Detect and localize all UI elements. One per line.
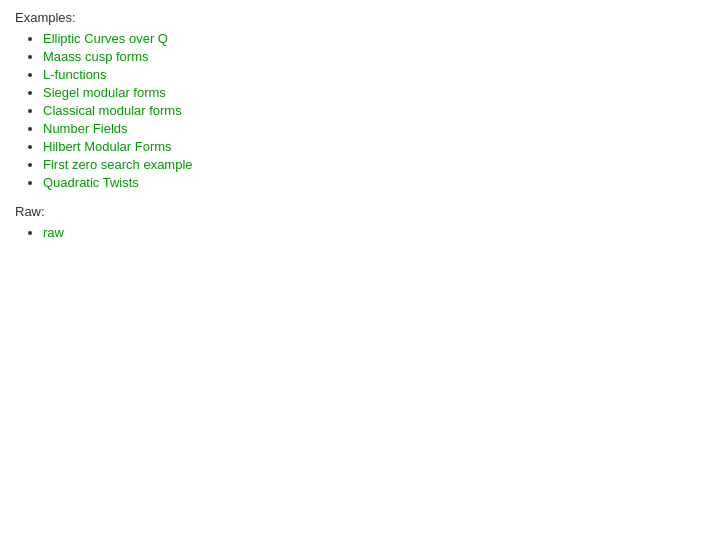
list-item: Classical modular forms: [43, 103, 712, 118]
first-zero-search-link[interactable]: First zero search example: [43, 157, 193, 172]
examples-label: Examples:: [15, 10, 712, 25]
number-fields-link[interactable]: Number Fields: [43, 121, 128, 136]
raw-link[interactable]: raw: [43, 225, 64, 240]
siegel-modular-forms-link[interactable]: Siegel modular forms: [43, 85, 166, 100]
elliptic-curves-link[interactable]: Elliptic Curves over Q: [43, 31, 168, 46]
raw-label: Raw:: [15, 204, 712, 219]
list-item: L-functions: [43, 67, 712, 82]
list-item: Number Fields: [43, 121, 712, 136]
list-item: Maass cusp forms: [43, 49, 712, 64]
examples-list: Elliptic Curves over Q Maass cusp forms …: [15, 31, 712, 190]
list-item: Siegel modular forms: [43, 85, 712, 100]
list-item: Hilbert Modular Forms: [43, 139, 712, 154]
raw-section: Raw: raw: [15, 204, 712, 240]
list-item: raw: [43, 225, 712, 240]
raw-list: raw: [15, 225, 712, 240]
list-item: Quadratic Twists: [43, 175, 712, 190]
list-item: First zero search example: [43, 157, 712, 172]
quadratic-twists-link[interactable]: Quadratic Twists: [43, 175, 139, 190]
hilbert-modular-forms-link[interactable]: Hilbert Modular Forms: [43, 139, 172, 154]
list-item: Elliptic Curves over Q: [43, 31, 712, 46]
examples-section: Examples: Elliptic Curves over Q Maass c…: [15, 10, 712, 190]
l-functions-link[interactable]: L-functions: [43, 67, 107, 82]
classical-modular-forms-link[interactable]: Classical modular forms: [43, 103, 182, 118]
maass-cusp-forms-link[interactable]: Maass cusp forms: [43, 49, 148, 64]
